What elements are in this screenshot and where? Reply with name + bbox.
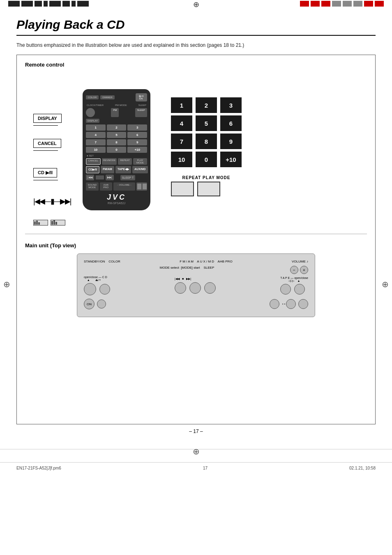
big-num-8[interactable]: 8 (196, 134, 217, 149)
remote-display-btn[interactable]: DISPLAY (86, 119, 99, 123)
num-row-2: 4 5 6 (171, 115, 242, 131)
display-button-label: DISPLAY (33, 114, 62, 123)
right-reg-mark: ⊕ (382, 279, 389, 289)
right-panel: 1 2 3 4 5 6 7 8 9 10 (171, 73, 242, 196)
unit-standby-btns: ON (84, 299, 106, 309)
skip-fwd-btn[interactable]: ▶▶| (106, 175, 114, 180)
big-plus10[interactable]: +10 (220, 152, 242, 167)
num-8-btn[interactable]: 8 (107, 139, 127, 145)
unit-skip-back-label: |◀◀ (175, 277, 180, 281)
transport-row: |◀◀ ▶▶| SLEEP T (86, 175, 147, 180)
aux-md-btn[interactable]: AUX/MD (132, 166, 148, 173)
skip-back-btn[interactable]: |◀◀ (86, 175, 94, 180)
unit-left-group: open/close — C D ▲ ⏏/+ (84, 276, 110, 295)
unit-open-close-btn[interactable] (84, 283, 96, 295)
main-unit-label: Main unit (Top view) (25, 242, 367, 249)
big-num-5[interactable]: 5 (196, 115, 217, 131)
clock-controls-row: PM SLEEP (86, 108, 147, 117)
strip-block-gray (332, 1, 341, 7)
unit-standby-btn[interactable]: ON (84, 299, 95, 309)
num-0-btn[interactable]: 0 (107, 147, 127, 153)
num-5-btn[interactable]: 5 (107, 132, 127, 138)
remote-section-layout: DISPLAY CANCEL CD ▶/II |◀◀·····▮·····▶▶| (25, 73, 367, 226)
sound-mode-btn[interactable]: SOUNDMODE (86, 182, 99, 191)
play-mode-big-btn[interactable] (197, 182, 220, 196)
remote-cancel-btn[interactable]: CANCEL (86, 158, 101, 165)
repeat-btn[interactable]: REPEAT (118, 158, 132, 165)
unit-center-group: |◀◀ ■ ▶▶| (175, 277, 216, 294)
color-button[interactable]: COLOR (86, 95, 99, 99)
num-7-btn[interactable]: 7 (86, 139, 106, 145)
big-num-9[interactable]: 9 (220, 134, 242, 149)
cd-play-line (33, 180, 58, 180)
revmode-btn[interactable]: REVMODE (102, 158, 117, 165)
num-10-btn[interactable]: 10 (86, 147, 106, 153)
volume-btn[interactable]: ···VOLUME··· (113, 182, 135, 191)
strip-block (35, 1, 42, 7)
sleep-t-btn[interactable]: SLEEP T (120, 175, 136, 180)
play-mode-btn[interactable]: PLAY MODE (133, 158, 147, 165)
unit-skip-back-btn[interactable] (175, 282, 186, 294)
vol-control[interactable] (136, 182, 147, 191)
num-1-btn[interactable]: 1 (86, 124, 106, 131)
cd-play-remote-btn[interactable]: CD▶/II (86, 166, 99, 173)
source-row: CD▶/II FM/AM TAPE◀▶ AUX/MD (86, 166, 147, 173)
big-num-7[interactable]: 7 (171, 134, 192, 149)
display-label-group: DISPLAY (33, 114, 74, 126)
top-strip-right (300, 1, 384, 7)
main-unit-section: Main unit (Top view) STANDBY/ON COLOR F … (25, 242, 367, 317)
big-num-0[interactable]: 0 (196, 152, 217, 167)
unit-stop-btn[interactable] (189, 282, 201, 294)
bar (51, 221, 53, 225)
vol-minus[interactable]: − (290, 266, 298, 274)
unit-fm-btn[interactable] (270, 299, 279, 309)
bar (36, 221, 38, 225)
unit-color-btn[interactable] (97, 299, 106, 309)
unit-top-labels: STANDBY/ON COLOR F M / A M A U X / M D A… (84, 260, 308, 263)
unit-tape-btn[interactable] (280, 284, 291, 295)
big-num-3[interactable]: 3 (220, 97, 242, 113)
unit-vol-ctrl: − + (290, 266, 308, 274)
cancel-row: CANCEL REVMODE REPEAT PLAY MODE (86, 158, 147, 165)
num-6-btn[interactable]: 6 (127, 132, 147, 138)
sleep-btn[interactable]: SLEEP (135, 108, 147, 117)
unit-skip-fwd-btn[interactable] (204, 282, 216, 294)
page-number: – 17 – (16, 424, 376, 437)
big-num-1[interactable]: 1 (171, 97, 192, 113)
dimmer-button[interactable]: DIMMER (100, 95, 114, 99)
description: The buttons emphasized in the illustrati… (16, 42, 376, 48)
plus10-btn[interactable]: +10 (127, 147, 147, 153)
num-2-btn[interactable]: 2 (107, 124, 127, 131)
unit-transport-btns (175, 282, 216, 294)
unit-fm-am-btns: ··· (270, 299, 308, 309)
big-num-10[interactable]: 10 (171, 152, 192, 167)
vol-plus[interactable]: + (300, 266, 308, 274)
unit-sleep-unit-btn[interactable] (298, 299, 308, 309)
repeat-mode-btn[interactable] (171, 182, 194, 196)
pm-mode-btn[interactable]: PM (111, 108, 119, 117)
num-3-btn[interactable]: 3 (127, 124, 147, 131)
display-row: DISPLAY (86, 119, 147, 123)
num-9-btn[interactable]: 9 (127, 139, 147, 145)
unit-aux-md-btn[interactable] (286, 299, 296, 309)
num-4-btn[interactable]: 4 (86, 132, 106, 138)
power-button[interactable]: ⏻/IIION (136, 93, 147, 101)
unit-cd-open-btn[interactable] (99, 284, 110, 295)
tape-btn[interactable]: TAPE◀▶ (115, 166, 131, 173)
unit-tape-eject-btn[interactable] (294, 284, 305, 295)
main-unit-illustration: STANDBY/ON COLOR F M / A M A U X / M D A… (77, 253, 315, 317)
num-row-4: 10 0 +10 (171, 152, 242, 167)
fm-am-btn[interactable]: FM/AM (101, 166, 114, 173)
remote-top-left-buttons: COLOR DIMMER (86, 95, 115, 99)
big-num-2[interactable]: 2 (196, 97, 217, 113)
bottom-strip-area: ⊕ (0, 447, 392, 454)
ahb-pro-btn[interactable]: AHBPRO (100, 182, 113, 191)
unit-fm-labels: F M / A M A U X / M D AHB PRO (180, 260, 232, 263)
unit-left-btns (84, 283, 110, 295)
strip-block-color (300, 1, 309, 7)
unit-skip-fwd-label: ▶▶| (186, 277, 191, 281)
big-num-4[interactable]: 4 (171, 115, 192, 131)
clock-btn[interactable] (86, 108, 95, 117)
big-num-6[interactable]: 6 (220, 115, 242, 131)
strip-block (44, 1, 48, 7)
